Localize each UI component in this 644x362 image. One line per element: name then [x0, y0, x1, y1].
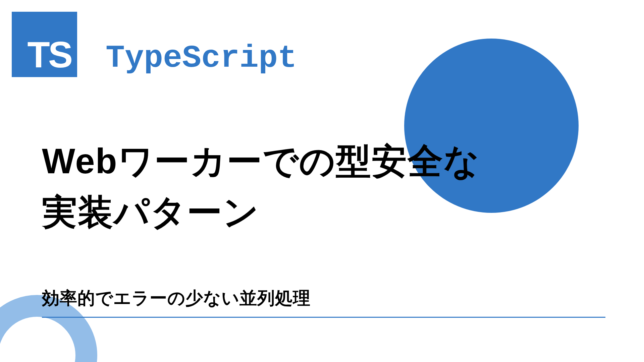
typescript-label: TypeScript: [106, 40, 297, 76]
ts-logo-text: TS: [27, 36, 71, 73]
main-title: Webワーカーでの型安全な実装パターン: [42, 136, 480, 238]
divider-line: [42, 317, 605, 318]
subtitle: 効率的でエラーの少ない並列処理: [42, 287, 311, 310]
ts-logo-box: TS: [12, 12, 77, 77]
